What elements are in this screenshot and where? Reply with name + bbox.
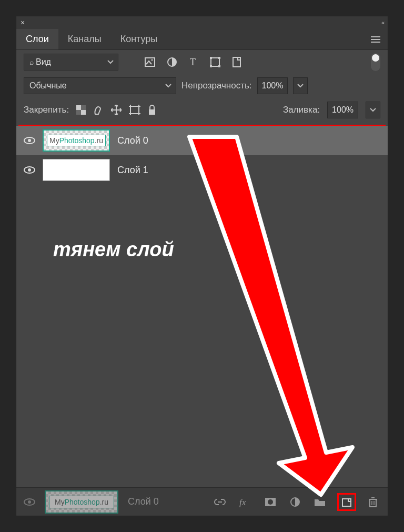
blend-mode-select[interactable]: Обычные (24, 77, 176, 94)
filter-row: ⌕Вид T (16, 50, 388, 74)
lock-label: Закрепить: (24, 105, 69, 115)
thumbnail-content: MyPhotoshop.ru (47, 135, 106, 146)
svg-rect-35 (342, 499, 351, 506)
svg-rect-8 (210, 57, 212, 59)
layer-row[interactable]: MyPhotoshop.ru Слой 0 (16, 126, 388, 155)
svg-point-28 (28, 168, 31, 172)
opacity-value[interactable]: 100% (257, 77, 288, 94)
panel-menu-icon[interactable] (363, 29, 388, 49)
visibility-eye-icon[interactable] (24, 498, 35, 506)
layer-style-icon[interactable]: fx (237, 495, 253, 509)
close-icon[interactable]: × (21, 18, 25, 27)
tab-paths[interactable]: Контуры (111, 29, 167, 49)
svg-rect-16 (76, 110, 81, 115)
opacity-dropdown[interactable] (293, 77, 308, 94)
filter-label: Вид (36, 57, 51, 66)
thumb-text: My (49, 136, 59, 145)
panel-footer: MyPhotoshop.ru Слой 0 fx (16, 487, 388, 516)
blend-opacity-row: Обычные Непрозрачность: 100% (16, 74, 388, 97)
svg-point-33 (268, 499, 273, 505)
chevron-down-icon (107, 60, 114, 64)
type-layer-filter-icon[interactable]: T (189, 57, 198, 67)
thumb-text: Photoshop (59, 136, 95, 145)
drag-ghost-thumbnail: MyPhotoshop.ru (45, 490, 118, 514)
tab-channels[interactable]: Каналы (58, 29, 111, 49)
fill-value[interactable]: 100% (327, 102, 358, 118)
thumb-text: .ru (95, 136, 103, 145)
layer-thumbnail[interactable] (43, 159, 110, 181)
svg-text:T: T (190, 57, 196, 67)
thumb-text: .ru (100, 498, 108, 506)
visibility-eye-icon[interactable] (24, 166, 35, 174)
drag-ghost-name: Слой 0 (128, 496, 159, 507)
fill-label: Заливка: (283, 105, 320, 115)
tab-layers[interactable]: Слои (16, 29, 58, 49)
svg-rect-10 (210, 65, 212, 67)
svg-point-4 (152, 59, 153, 61)
lock-all-icon[interactable] (148, 105, 156, 115)
thumb-text: My (55, 498, 65, 506)
svg-rect-14 (81, 110, 86, 115)
svg-rect-15 (81, 105, 86, 110)
lock-row: Закрепить: Заливка: 100% (16, 97, 388, 123)
layers-list: MyPhotoshop.ru Слой 0 Слой 1 тянем слой (16, 123, 388, 487)
layer-row[interactable]: Слой 1 (16, 155, 388, 185)
panel-titlebar: × « (16, 16, 388, 29)
thumb-text: Photoshop (65, 498, 100, 506)
svg-rect-12 (233, 57, 240, 67)
svg-rect-19 (130, 106, 139, 114)
lock-position-icon[interactable] (111, 105, 122, 115)
annotation-caption: тянем слой (53, 238, 174, 261)
svg-rect-36 (370, 499, 376, 507)
opacity-label: Непрозрачность: (181, 81, 252, 91)
search-icon: ⌕ (29, 58, 34, 66)
filter-toggle[interactable] (371, 53, 380, 71)
blend-mode-label: Обычные (29, 81, 67, 91)
lock-transparency-icon[interactable] (76, 105, 86, 115)
lock-image-icon[interactable] (93, 105, 104, 115)
svg-rect-9 (218, 57, 220, 59)
link-layers-icon[interactable] (212, 496, 228, 508)
layers-panel: × « Слои Каналы Контуры ⌕Вид T Обычные Н… (16, 16, 388, 516)
fill-dropdown[interactable] (366, 102, 380, 118)
smart-object-filter-icon[interactable] (232, 57, 241, 67)
new-layer-icon[interactable] (337, 493, 356, 511)
panel-tabs: Слои Каналы Контуры (16, 29, 388, 50)
svg-point-26 (28, 139, 31, 142)
layer-mask-icon[interactable] (262, 495, 278, 509)
svg-point-30 (28, 500, 31, 504)
svg-rect-13 (76, 105, 81, 110)
chevron-down-icon (165, 84, 171, 88)
delete-layer-icon[interactable] (366, 494, 380, 510)
toggle-knob (372, 54, 379, 62)
svg-text:fx: fx (239, 497, 246, 507)
layer-name[interactable]: Слой 1 (117, 165, 148, 176)
filter-type-icons: T (145, 57, 241, 67)
svg-rect-11 (218, 65, 220, 67)
visibility-eye-icon[interactable] (24, 137, 35, 144)
layer-thumbnail[interactable]: MyPhotoshop.ru (43, 129, 110, 152)
adjustment-layer-filter-icon[interactable] (167, 57, 177, 67)
thumbnail-content: MyPhotoshop.ru (49, 496, 114, 508)
filter-select[interactable]: ⌕Вид (24, 54, 118, 71)
footer-icon-strip: fx (212, 493, 380, 511)
new-group-icon[interactable] (312, 495, 328, 509)
collapse-icon[interactable]: « (381, 19, 383, 26)
svg-rect-7 (211, 58, 219, 66)
layer-name[interactable]: Слой 0 (117, 135, 148, 146)
lock-icons (76, 105, 156, 115)
shape-layer-filter-icon[interactable] (210, 57, 220, 67)
lock-artboard-icon[interactable] (129, 105, 140, 115)
svg-rect-24 (149, 109, 155, 115)
adjustment-layer-icon[interactable] (288, 495, 302, 509)
pixel-layer-filter-icon[interactable] (145, 57, 155, 67)
